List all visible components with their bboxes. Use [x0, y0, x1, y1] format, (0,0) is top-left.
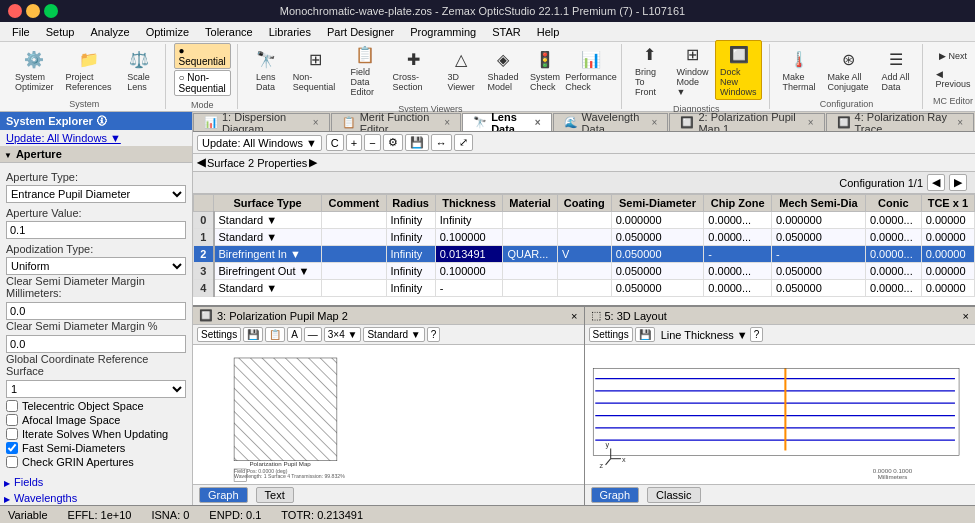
table-cell-r3-c11[interactable]: 0.00000	[921, 263, 974, 280]
table-cell-r3-c8[interactable]: 0.0000...	[704, 263, 772, 280]
close-btn[interactable]	[8, 4, 22, 18]
pupil-graph-btn[interactable]: Graph	[199, 487, 248, 503]
table-cell-r4-c2[interactable]	[322, 280, 386, 297]
table-cell-r2-c5[interactable]: QUAR...	[503, 246, 557, 263]
lens-tool-arrows[interactable]: ↔	[431, 134, 452, 151]
aperture-type-select[interactable]: Entrance Pupil Diameter	[6, 185, 186, 203]
system-check-btn[interactable]: 🚦 SystemCheck	[525, 40, 565, 100]
layout-help-btn[interactable]: ?	[750, 327, 764, 342]
table-cell-r0-c7[interactable]: 0.000000	[611, 212, 704, 229]
iterate-checkbox[interactable]	[6, 428, 18, 440]
table-cell-r2-c4[interactable]: 0.013491	[435, 246, 503, 263]
shaded-model-btn[interactable]: ◈ ShadedModel	[483, 40, 523, 100]
bring-to-front-btn[interactable]: ⬆ Bring ToFront	[630, 40, 670, 100]
config-next-btn[interactable]: ▶	[949, 174, 967, 191]
table-cell-r0-c11[interactable]: 0.00000	[921, 212, 974, 229]
layout-panel-close[interactable]: ×	[963, 310, 969, 322]
table-cell-r1-c10[interactable]: 0.0000...	[865, 229, 921, 246]
pupil-text-btn[interactable]: A	[287, 327, 302, 342]
table-cell-r2-c8[interactable]: -	[704, 246, 772, 263]
add-all-data-btn[interactable]: ☰ Add AllData	[876, 45, 916, 95]
config-prev-btn[interactable]: ◀	[927, 174, 945, 191]
project-references-btn[interactable]: 📁 ProjectReferences	[61, 45, 117, 95]
make-thermal-btn[interactable]: 🌡️ MakeThermal	[778, 45, 821, 95]
lens-update-btn[interactable]: Update: All Windows ▼	[197, 135, 322, 151]
aperture-section-header[interactable]: Aperture	[0, 146, 192, 163]
telecentric-checkbox[interactable]	[6, 400, 18, 412]
table-cell-r0-c3[interactable]: Infinity	[386, 212, 435, 229]
tab-pol-ray[interactable]: 🔲 4: Polarization Ray Trace ×	[826, 113, 974, 131]
table-cell-r4-c4[interactable]: -	[435, 280, 503, 297]
table-cell-r2-c7[interactable]: 0.050000	[611, 246, 704, 263]
table-cell-r3-c5[interactable]	[503, 263, 557, 280]
menu-star[interactable]: STAR	[484, 24, 529, 40]
tab-lens-close[interactable]: ×	[535, 117, 541, 128]
tab-pol-ray-close[interactable]: ×	[957, 117, 963, 128]
tab-dispersion-close[interactable]: ×	[313, 117, 319, 128]
table-cell-r0-c6[interactable]	[557, 212, 611, 229]
table-cell-r2-c6[interactable]: V	[557, 246, 611, 263]
table-cell-r3-c7[interactable]: 0.050000	[611, 263, 704, 280]
table-cell-r2-c3[interactable]: Infinity	[386, 246, 435, 263]
menu-programming[interactable]: Programming	[402, 24, 484, 40]
tab-wavelength-close[interactable]: ×	[652, 117, 658, 128]
table-cell-r1-c2[interactable]	[322, 229, 386, 246]
menu-libraries[interactable]: Libraries	[261, 24, 319, 40]
table-cell-r4-c10[interactable]: 0.0000...	[865, 280, 921, 297]
lens-tool-minus[interactable]: −	[364, 134, 380, 151]
layout-save-btn[interactable]: 💾	[635, 327, 655, 342]
table-cell-r1-c11[interactable]: 0.00000	[921, 229, 974, 246]
table-cell-r4-c9[interactable]: 0.050000	[771, 280, 865, 297]
fast-semi-checkbox[interactable]	[6, 442, 18, 454]
table-cell-r1-c6[interactable]	[557, 229, 611, 246]
menu-setup[interactable]: Setup	[38, 24, 83, 40]
table-cell-r4-c7[interactable]: 0.050000	[611, 280, 704, 297]
cross-section-btn[interactable]: ✚ Cross-Section	[388, 40, 440, 100]
layout-graph-btn[interactable]: Graph	[591, 487, 640, 503]
table-cell-r0-c5[interactable]	[503, 212, 557, 229]
table-cell-r1-c8[interactable]: 0.0000...	[704, 229, 772, 246]
non-sequential-btn[interactable]: ⊞ Non-Sequential	[288, 40, 344, 100]
table-cell-r1-c3[interactable]: Infinity	[386, 229, 435, 246]
make-all-conjugate-btn[interactable]: ⊛ Make AllConjugate	[823, 45, 874, 95]
lens-tool-plus[interactable]: +	[346, 134, 362, 151]
lens-tool-tilt[interactable]: ⤢	[454, 134, 473, 151]
table-cell-r0-c10[interactable]: 0.0000...	[865, 212, 921, 229]
table-cell-r2-c11[interactable]: 0.00000	[921, 246, 974, 263]
table-cell-r4-c3[interactable]: Infinity	[386, 280, 435, 297]
lens-tool-gear[interactable]: ⚙	[383, 134, 403, 151]
min-btn[interactable]	[26, 4, 40, 18]
pupil-save-btn[interactable]: 💾	[243, 327, 263, 342]
table-row[interactable]: 0Standard ▼InfinityInfinity0.0000000.000…	[194, 212, 975, 229]
tab-wavelength[interactable]: 🌊 Wavelength Data ×	[553, 113, 669, 131]
table-row[interactable]: 4Standard ▼Infinity-0.0500000.0000...0.0…	[194, 280, 975, 297]
pupil-settings-btn[interactable]: Settings	[197, 327, 241, 342]
table-cell-r4-c6[interactable]	[557, 280, 611, 297]
table-cell-r1-c1[interactable]: Standard ▼	[214, 229, 322, 246]
table-cell-r4-c1[interactable]: Standard ▼	[214, 280, 322, 297]
table-row[interactable]: 2Birefringent In ▼Infinity0.013491QUAR..…	[194, 246, 975, 263]
table-cell-r3-c6[interactable]	[557, 263, 611, 280]
table-cell-r3-c4[interactable]: 0.100000	[435, 263, 503, 280]
wavelengths-section-header[interactable]: Wavelengths	[0, 490, 192, 505]
table-row[interactable]: 3Birefringent Out ▼Infinity0.1000000.050…	[194, 263, 975, 280]
clear-semi-dia-mm-input[interactable]	[6, 302, 186, 320]
layout-settings-btn[interactable]: Settings	[589, 327, 633, 342]
table-cell-r0-c2[interactable]	[322, 212, 386, 229]
tab-merit[interactable]: 📋 Merit Function Editor ×	[331, 113, 461, 131]
tab-lens-data[interactable]: 🔭 Lens Data ×	[462, 113, 551, 131]
tab-pol-pupil[interactable]: 🔲 2: Polarization Pupil Map 1 ×	[669, 113, 824, 131]
menu-analyze[interactable]: Analyze	[82, 24, 137, 40]
lens-tool-c[interactable]: C	[326, 134, 344, 151]
table-cell-r2-c9[interactable]: -	[771, 246, 865, 263]
global-coord-select[interactable]: 1	[6, 380, 186, 398]
menu-optimize[interactable]: Optimize	[138, 24, 197, 40]
tab-merit-close[interactable]: ×	[444, 117, 450, 128]
table-cell-r4-c11[interactable]: 0.00000	[921, 280, 974, 297]
table-cell-r1-c4[interactable]: 0.100000	[435, 229, 503, 246]
table-cell-r3-c2[interactable]	[322, 263, 386, 280]
menu-help[interactable]: Help	[529, 24, 568, 40]
table-cell-r2-c1[interactable]: Birefringent In ▼	[214, 246, 322, 263]
performance-check-btn[interactable]: 📊 PerformanceCheck	[567, 40, 615, 100]
non-sequential-mode-btn[interactable]: ○ Non-Sequential	[174, 70, 231, 96]
